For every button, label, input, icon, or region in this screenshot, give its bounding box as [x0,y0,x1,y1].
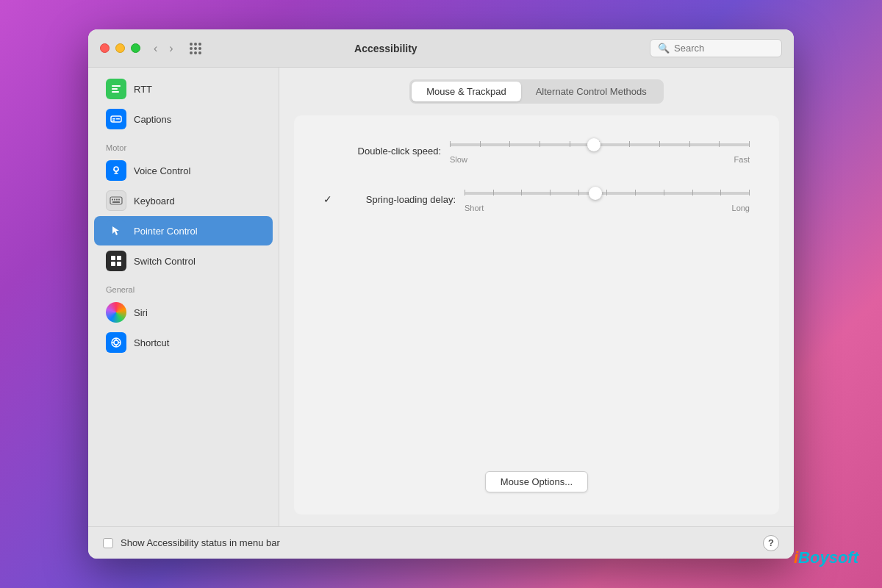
voice-control-label: Voice Control [134,165,190,176]
switch-control-label: Switch Control [134,256,196,267]
search-icon: 🔍 [658,43,670,54]
double-click-row: Double-click speed: [323,137,750,164]
tab-bar: Mouse & Trackpad Alternate Control Metho… [409,79,663,104]
double-click-slider-track [450,137,750,152]
mouse-options-button[interactable]: Mouse Options... [485,471,588,492]
sidebar-item-switch-control[interactable]: Switch Control [94,246,273,276]
spring-loading-slider-container: Short Long [465,186,750,212]
search-input[interactable] [674,43,774,54]
accessibility-status-label: Show Accessibility status in menu bar [121,537,756,548]
double-click-fast: Fast [734,155,750,164]
svg-rect-18 [111,262,115,266]
sidebar-item-rtt[interactable]: RTT [94,74,273,104]
svg-rect-12 [114,199,115,201]
voice-control-icon [106,160,126,181]
window-title: Accessibility [122,43,650,54]
shortcut-label: Shortcut [134,337,169,348]
rtt-label: RTT [134,84,152,95]
sidebar-item-shortcut[interactable]: Shortcut [94,328,273,357]
spring-loading-short: Short [465,204,484,212]
double-click-setting: Double-click speed: [323,137,750,164]
spring-loading-check[interactable]: ✓ [323,193,332,205]
svg-rect-14 [118,199,120,201]
svg-rect-10 [110,197,122,204]
spring-loading-setting: ✓ Spring-loading delay: [323,186,750,212]
search-box: 🔍 [650,39,782,57]
accessibility-status-checkbox[interactable] [103,538,113,548]
sidebar: RTT Captions Motor [88,68,279,526]
spring-loading-checkbox-area: ✓ Spring-loading delay: [323,193,456,205]
spring-loading-slider-bg [465,192,750,195]
svg-rect-0 [112,85,121,87]
shortcut-icon [106,332,126,353]
keyboard-icon [106,190,126,211]
help-button[interactable]: ? [763,535,779,551]
main-window: ‹ › Accessibility 🔍 [88,29,794,559]
double-click-slow: Slow [450,155,467,164]
svg-rect-2 [112,91,119,93]
tab-mouse-trackpad[interactable]: Mouse & Trackpad [412,82,520,101]
double-click-slider-bg [450,143,750,146]
spring-loading-thumb[interactable] [589,187,602,200]
spring-loading-labels: Short Long [465,204,750,212]
svg-point-21 [114,340,118,345]
switch-control-icon [106,251,126,271]
svg-rect-11 [112,199,113,201]
spring-loading-row: ✓ Spring-loading delay: [323,186,750,212]
svg-rect-5 [116,118,120,120]
double-click-thumb[interactable] [587,138,600,151]
spacer [323,234,750,449]
svg-rect-16 [111,256,115,260]
double-click-labels: Slow Fast [450,155,750,164]
section-general: General [88,276,279,297]
siri-label: Siri [134,307,148,318]
captions-label: Captions [134,114,171,125]
sidebar-item-pointer-control[interactable]: Pointer Control [94,216,273,245]
sidebar-item-siri[interactable]: Siri [94,298,273,327]
sidebar-item-keyboard[interactable]: Keyboard [94,186,273,215]
svg-rect-6 [112,121,115,122]
settings-panel: Double-click speed: [294,115,779,514]
pointer-control-icon [106,220,126,241]
titlebar: ‹ › Accessibility 🔍 [88,29,794,68]
watermark-boysoft: Boysoft [798,548,858,567]
spring-loading-long: Long [732,204,750,212]
svg-rect-13 [116,199,118,201]
pointer-control-label: Pointer Control [134,226,198,237]
close-button[interactable] [100,43,110,53]
watermark-i: i [794,548,798,567]
keyboard-label: Keyboard [134,196,175,207]
spring-loading-label: Spring-loading delay: [338,194,456,205]
svg-rect-19 [117,262,121,266]
sidebar-item-captions[interactable]: Captions [94,104,273,134]
siri-icon [106,302,126,323]
tab-alternate-control[interactable]: Alternate Control Methods [521,82,662,101]
svg-rect-15 [112,201,120,203]
double-click-label: Double-click speed: [323,146,441,157]
bottom-bar: Show Accessibility status in menu bar ? [88,526,794,559]
svg-rect-17 [117,256,121,260]
main-panel: Mouse & Trackpad Alternate Control Metho… [279,68,794,526]
section-motor: Motor [88,135,279,155]
spring-loading-ticks [465,192,750,195]
sidebar-item-voice-control[interactable]: Voice Control [94,156,273,185]
svg-rect-4 [112,118,115,120]
content-area: RTT Captions Motor [88,68,794,526]
spring-loading-slider-track [465,186,750,201]
svg-rect-1 [112,88,118,90]
rtt-icon [106,79,126,99]
captions-icon [106,109,126,129]
watermark: iBoysoft [794,548,858,567]
double-click-slider-container: Slow Fast [450,137,750,164]
